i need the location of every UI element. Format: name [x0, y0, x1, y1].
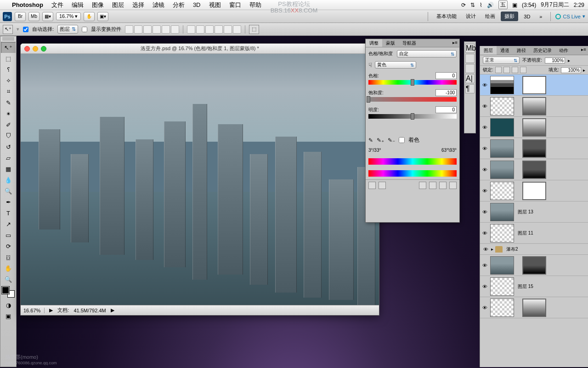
layer-row[interactable]: 👁	[480, 255, 588, 276]
layer-row[interactable]: 👁	[480, 159, 588, 180]
layer-thumbnail[interactable]	[490, 97, 514, 115]
fill-arrow[interactable]: ▸	[583, 68, 585, 73]
lock-all-icon[interactable]	[520, 67, 526, 73]
saturation-slider[interactable]	[368, 97, 457, 102]
menu-filter[interactable]: 滤镜	[153, 1, 164, 9]
distribute-buttons[interactable]	[187, 25, 241, 34]
auto-align-button[interactable]: ⬚	[249, 25, 259, 34]
visibility-icon[interactable]: 👁	[482, 246, 489, 253]
layer-row[interactable]: 👁图层 11	[480, 223, 588, 244]
visibility-icon[interactable]: 👁	[481, 208, 488, 216]
menu-image[interactable]: 图像	[92, 1, 104, 9]
adj-expand-icon[interactable]	[379, 182, 386, 189]
layer-row[interactable]: 👁图层 15	[480, 276, 588, 297]
mask-thumbnail[interactable]	[522, 256, 546, 275]
toolbox-grip[interactable]	[2, 37, 14, 41]
mask-thumbnail[interactable]	[522, 76, 546, 94]
menu-select[interactable]: 选择	[132, 1, 144, 9]
lasso-tool-icon[interactable]: ⸮	[1, 64, 16, 75]
workspace-3d[interactable]: 3D	[520, 12, 534, 21]
menu-view[interactable]: 视图	[209, 1, 221, 9]
layer-name[interactable]: 图层 15	[516, 283, 533, 290]
menu-edit[interactable]: 编辑	[72, 1, 84, 9]
3d-tool-icon[interactable]: ⟳	[1, 241, 16, 252]
layer-thumbnail[interactable]	[490, 182, 514, 200]
visibility-icon[interactable]: 👁	[481, 304, 488, 311]
lightness-input[interactable]	[435, 106, 457, 113]
eraser-tool-icon[interactable]: ▱	[1, 152, 16, 163]
shape-tool-icon[interactable]: ▭	[1, 230, 16, 241]
layer-row[interactable]: 👁	[480, 117, 588, 138]
wifi-icon[interactable]: ⌇	[480, 2, 482, 8]
app-name[interactable]: Photoshop	[12, 1, 43, 8]
layer-name[interactable]: 图层 13	[516, 209, 533, 215]
adj-trash-icon[interactable]	[449, 182, 457, 189]
visibility-icon[interactable]: 👁	[481, 124, 488, 131]
layer-row[interactable]: 👁图层 13	[480, 201, 588, 223]
adj-clip-icon[interactable]	[419, 182, 426, 189]
3dcam-tool-icon[interactable]: ⌼	[1, 252, 16, 263]
auto-select-checkbox[interactable]	[23, 27, 28, 32]
visibility-icon[interactable]: 👁	[481, 283, 488, 290]
panel-tab-masks[interactable]: 蒙版	[382, 39, 399, 47]
sb-arrow[interactable]: ▶	[111, 307, 114, 313]
dock-histogram-icon[interactable]	[465, 54, 475, 63]
menubar-date[interactable]: 9月7日周二	[541, 1, 569, 9]
saturation-input[interactable]	[435, 89, 457, 96]
minibridge-button[interactable]: Mb	[28, 12, 40, 21]
eyedropper-tool-icon[interactable]: ✎	[1, 97, 16, 108]
canvas-area[interactable]	[21, 54, 379, 305]
workspace-essentials[interactable]: 基本功能	[433, 12, 460, 21]
layer-thumbnail[interactable]	[490, 76, 514, 94]
layer-row[interactable]: 👁	[480, 138, 588, 159]
adj-return-icon[interactable]	[368, 182, 376, 189]
panel-tab-navigator[interactable]: 导航器	[399, 39, 420, 47]
mask-thumbnail[interactable]	[522, 161, 546, 179]
visibility-icon[interactable]: 👁	[481, 187, 488, 195]
eyedropper-icon[interactable]: ✎	[368, 137, 373, 144]
zoom-select[interactable]: 16.7% ▾	[56, 12, 81, 20]
arrange-docs-button[interactable]: ▦▾	[42, 12, 53, 21]
layer-row[interactable]: 👁	[480, 75, 588, 96]
history-brush-icon[interactable]: ↺	[1, 141, 16, 152]
zoom-tool-icon[interactable]: 🔍	[1, 274, 16, 285]
window-zoom-icon[interactable]	[41, 46, 46, 52]
panel-menu-icon[interactable]: ▸≡	[451, 39, 459, 47]
status-zoom[interactable]: 16.67%	[23, 308, 45, 313]
tab-layers[interactable]: 图层	[480, 46, 497, 55]
opacity-arrow[interactable]: ▸	[568, 58, 570, 63]
hue-slider[interactable]	[368, 80, 457, 85]
photoshop-logo-icon[interactable]: Ps	[3, 12, 12, 21]
layer-name[interactable]: 图层 11	[516, 230, 533, 236]
stamp-tool-icon[interactable]: ⛉	[1, 130, 16, 141]
layers-menu-icon[interactable]: ▸≡	[579, 46, 588, 55]
disclosure-icon[interactable]: ▸	[491, 247, 493, 252]
workspace-painting[interactable]: 绘画	[481, 12, 499, 21]
move-tool-icon[interactable]: ↖⁺	[1, 42, 16, 53]
eyedropper-minus-icon[interactable]: ✎₋	[388, 137, 395, 144]
layer-row[interactable]: 👁	[480, 180, 588, 201]
menu-file[interactable]: 文件	[51, 1, 63, 9]
lock-pixels-icon[interactable]	[503, 67, 510, 73]
blur-tool-icon[interactable]: 💧	[1, 174, 16, 185]
layer-thumbnail[interactable]	[490, 139, 514, 158]
screenmode-icon[interactable]: ▣	[1, 310, 16, 322]
window-minimize-icon[interactable]	[33, 46, 38, 52]
menu-analysis[interactable]: 分析	[173, 1, 185, 9]
visibility-icon[interactable]: 👁	[481, 230, 488, 237]
quickmask-icon[interactable]: ◑	[1, 299, 16, 310]
blend-mode-select[interactable]: 正常⇅	[483, 57, 520, 64]
layer-row[interactable]: 👁	[480, 297, 588, 318]
workspace-design[interactable]: 设计	[462, 12, 480, 21]
visibility-icon[interactable]: 👁	[481, 262, 488, 269]
sync-icon[interactable]: ⟳	[461, 2, 466, 8]
opacity-input[interactable]: 100%	[545, 58, 565, 63]
volume-icon[interactable]: 🔊	[487, 2, 494, 8]
layer-thumbnail[interactable]	[490, 203, 514, 221]
menu-3d[interactable]: 3D	[193, 1, 201, 8]
type-tool-icon[interactable]: T	[1, 207, 16, 218]
mask-thumbnail[interactable]	[522, 118, 546, 137]
mask-thumbnail[interactable]	[522, 182, 546, 200]
hand-tool-icon[interactable]: ✋	[1, 263, 16, 274]
menubar-time[interactable]: 2:29	[574, 2, 584, 8]
